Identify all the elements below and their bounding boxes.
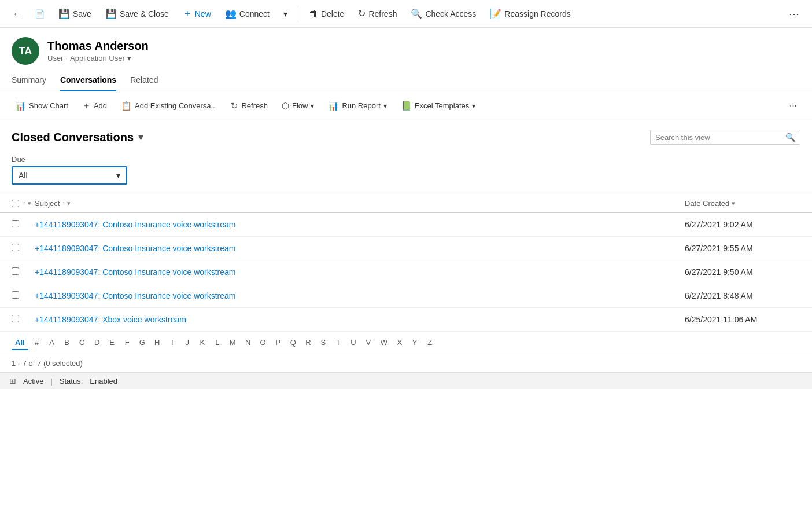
alpha-nav-item[interactable]: J: [181, 336, 194, 350]
alpha-nav-item[interactable]: W: [377, 336, 391, 350]
filter-select[interactable]: All ▾: [12, 166, 127, 185]
table-row[interactable]: +1441189093047: Contoso Insurance voice …: [0, 237, 812, 260]
new-button[interactable]: ＋ New: [177, 4, 217, 23]
view-title: Closed Conversations: [12, 131, 134, 144]
view-title-row: Closed Conversations ▾: [12, 131, 143, 144]
alpha-nav-item[interactable]: F: [121, 336, 134, 350]
row-checkbox-3[interactable]: [12, 291, 19, 299]
alpha-nav-item[interactable]: N: [242, 336, 254, 350]
row-checkbox-1[interactable]: [12, 244, 19, 251]
row-checkbox-col: [12, 220, 35, 229]
add-icon: ＋: [82, 100, 91, 111]
save-button[interactable]: 💾 Save: [53, 5, 97, 23]
col-date-label: Date Created: [685, 199, 729, 208]
alpha-nav-item[interactable]: P: [272, 336, 285, 350]
alpha-nav-item[interactable]: I: [166, 336, 179, 350]
alpha-nav-item[interactable]: S: [317, 336, 330, 350]
alpha-nav-item[interactable]: C: [76, 336, 88, 350]
connect-dropdown-button[interactable]: ▾: [278, 6, 293, 22]
row-checkbox-4[interactable]: [12, 315, 19, 322]
alpha-nav-item[interactable]: V: [362, 336, 375, 350]
row-date-col: 6/27/2021 9:50 AM: [685, 267, 800, 277]
search-icon[interactable]: 🔍: [785, 133, 795, 142]
save-close-button[interactable]: 💾 Save & Close: [99, 5, 175, 23]
alpha-nav-item[interactable]: A: [46, 336, 58, 350]
alpha-nav-item[interactable]: E: [106, 336, 119, 350]
row-subject-col: +1441189093047: Contoso Insurance voice …: [35, 291, 685, 300]
save-icon: 💾: [58, 8, 70, 19]
alpha-nav-item[interactable]: Z: [423, 336, 436, 350]
row-subject-link[interactable]: +1441189093047: Contoso Insurance voice …: [35, 291, 236, 300]
alpha-nav-item[interactable]: T: [332, 336, 345, 350]
row-subject-link[interactable]: +1441189093047: Contoso Insurance voice …: [35, 267, 236, 277]
connect-dropdown-icon: ▾: [283, 9, 287, 19]
tab-conversations[interactable]: Conversations: [60, 69, 116, 91]
table-row[interactable]: +1441189093047: Xbox voice workstream 6/…: [0, 308, 812, 332]
alpha-nav-item[interactable]: D: [91, 336, 104, 350]
alpha-nav-item[interactable]: K: [196, 336, 209, 350]
view-title-dropdown[interactable]: ▾: [138, 131, 143, 144]
user-role-dropdown[interactable]: ▾: [127, 54, 131, 63]
row-checkbox-2[interactable]: [12, 267, 19, 275]
run-report-button[interactable]: 📊 Run Report ▾: [322, 98, 392, 114]
alpha-nav-item[interactable]: H: [151, 336, 164, 350]
delete-button[interactable]: 🗑 Delete: [303, 5, 350, 23]
date-sort-arrows[interactable]: ▾: [732, 200, 735, 207]
status-bar-icon[interactable]: ⊞: [9, 376, 16, 386]
subject-sort-arrows[interactable]: ↑ ▾: [62, 200, 71, 207]
reassign-button[interactable]: 📝 Reassign Records: [484, 5, 576, 23]
alpha-nav-item[interactable]: Y: [408, 336, 421, 350]
row-checkbox-0[interactable]: [12, 220, 19, 227]
add-existing-button[interactable]: 📋 Add Existing Conversa...: [115, 98, 223, 114]
row-subject-col: +1441189093047: Xbox voice workstream: [35, 315, 685, 324]
connect-button[interactable]: 👥 Connect: [219, 5, 275, 23]
alpha-nav-item[interactable]: R: [302, 336, 315, 350]
alpha-nav-item[interactable]: G: [136, 336, 149, 350]
row-subject-link[interactable]: +1441189093047: Contoso Insurance voice …: [35, 244, 236, 253]
table-header: ↑ ▾ Subject ↑ ▾ Date Created ▾: [0, 194, 812, 213]
alpha-nav-item[interactable]: U: [347, 336, 360, 350]
flow-button[interactable]: ⬡ Flow ▾: [276, 98, 320, 114]
check-access-button[interactable]: 🔍 Check Access: [405, 5, 482, 23]
sub-more-button[interactable]: ⋯: [784, 98, 803, 113]
flow-icon: ⬡: [282, 101, 289, 111]
add-button[interactable]: ＋ Add: [76, 97, 113, 114]
sub-refresh-icon: ↻: [231, 101, 238, 111]
back-icon: ←: [13, 9, 21, 19]
alpha-nav-item[interactable]: M: [226, 336, 239, 350]
status-value: Enabled: [90, 377, 117, 386]
excel-templates-button[interactable]: 📗 Excel Templates ▾: [395, 98, 481, 114]
new-icon: ＋: [183, 8, 192, 20]
table-row[interactable]: +1441189093047: Contoso Insurance voice …: [0, 284, 812, 308]
table-row[interactable]: +1441189093047: Contoso Insurance voice …: [0, 260, 812, 284]
row-subject-col: +1441189093047: Contoso Insurance voice …: [35, 220, 685, 229]
more-button[interactable]: ⋯: [783, 4, 805, 24]
alpha-nav-item[interactable]: #: [31, 336, 43, 350]
show-chart-button[interactable]: 📊 Show Chart: [9, 98, 74, 114]
refresh-button[interactable]: ↻ Refresh: [352, 5, 403, 23]
user-name: Thomas Anderson: [47, 39, 149, 53]
avatar: TA: [12, 37, 39, 65]
table-row[interactable]: +1441189093047: Contoso Insurance voice …: [0, 213, 812, 237]
alpha-nav-item[interactable]: L: [211, 336, 224, 350]
tab-related[interactable]: Related: [130, 69, 158, 91]
alpha-nav-item[interactable]: Q: [287, 336, 300, 350]
filter-row: Due All ▾: [0, 150, 812, 194]
row-checkbox-col: [12, 267, 35, 277]
row-subject-link[interactable]: +1441189093047: Xbox voice workstream: [35, 315, 186, 324]
flow-chevron: ▾: [311, 102, 314, 110]
back-button[interactable]: ←: [7, 6, 27, 22]
tab-summary[interactable]: Summary: [12, 69, 46, 91]
sub-refresh-button[interactable]: ↻ Refresh: [225, 98, 274, 114]
search-input[interactable]: [655, 133, 782, 142]
row-checkbox-col: [12, 315, 35, 324]
row-subject-link[interactable]: +1441189093047: Contoso Insurance voice …: [35, 220, 236, 229]
doc-button[interactable]: 📄: [29, 6, 50, 22]
alpha-nav-item[interactable]: B: [61, 336, 73, 350]
row-date-col: 6/25/2021 11:06 AM: [685, 315, 800, 324]
alpha-nav-item[interactable]: O: [257, 336, 270, 350]
header-date-col: Date Created ▾: [685, 199, 800, 208]
alpha-nav-item[interactable]: All: [12, 336, 28, 350]
alpha-nav-item[interactable]: X: [393, 336, 406, 350]
select-all-checkbox[interactable]: [12, 200, 19, 207]
